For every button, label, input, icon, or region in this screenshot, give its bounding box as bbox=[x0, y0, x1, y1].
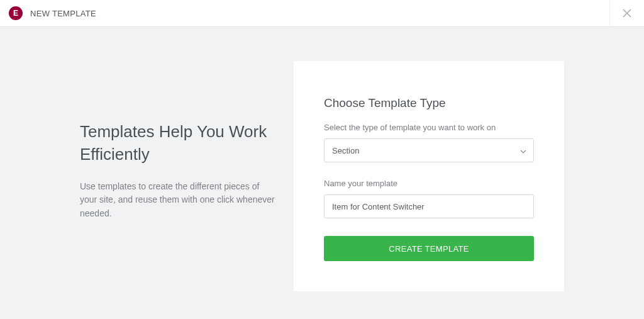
elementor-logo-glyph: E bbox=[13, 9, 18, 17]
intro-heading: Templates Help You Work Efficiently bbox=[80, 120, 275, 166]
form-heading: Choose Template Type bbox=[324, 96, 534, 110]
close-icon bbox=[623, 8, 631, 20]
template-name-input[interactable] bbox=[324, 194, 534, 218]
template-name-label: Name your template bbox=[324, 179, 534, 188]
modal-header: E NEW TEMPLATE bbox=[0, 0, 644, 27]
elementor-logo-icon: E bbox=[9, 6, 23, 20]
create-template-button[interactable]: CREATE TEMPLATE bbox=[324, 236, 534, 261]
modal-content: Templates Help You Work Efficiently Use … bbox=[0, 27, 644, 291]
modal-title: NEW TEMPLATE bbox=[30, 9, 96, 18]
form-panel: Choose Template Type Select the type of … bbox=[294, 61, 564, 291]
intro-panel: Templates Help You Work Efficiently Use … bbox=[80, 61, 275, 291]
template-type-label: Select the type of template you want to … bbox=[324, 123, 534, 132]
close-button[interactable] bbox=[619, 6, 635, 22]
template-type-select-wrap: Section bbox=[324, 138, 534, 162]
intro-description: Use templates to create the different pi… bbox=[80, 180, 275, 221]
close-button-wrap bbox=[609, 0, 644, 27]
template-type-select[interactable]: Section bbox=[324, 138, 534, 162]
